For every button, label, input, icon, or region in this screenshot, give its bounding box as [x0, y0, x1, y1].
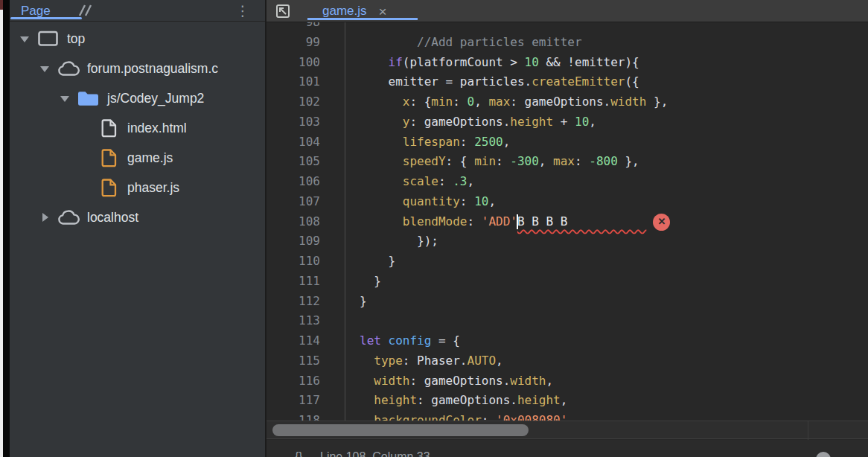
line-number[interactable]: 117 [267, 391, 320, 411]
code-line-109: 109 }); [267, 231, 868, 252]
gutter-separator [320, 112, 345, 132]
line-number[interactable]: 107 [267, 192, 320, 212]
line-number[interactable]: 106 [267, 172, 320, 192]
token: , [561, 393, 568, 407]
token: min [431, 95, 453, 109]
code-lines[interactable]: 9899 //Add particles emitter100 if(platf… [267, 13, 868, 431]
token: , [488, 194, 496, 208]
token [360, 154, 403, 168]
code-text: } [345, 292, 367, 312]
token: height [517, 393, 561, 407]
source-editor[interactable]: 9899 //Add particles emitter100 if(platf… [267, 0, 868, 457]
line-number[interactable]: 112 [267, 292, 320, 312]
line-number[interactable]: 114 [267, 331, 320, 351]
code-text [345, 311, 360, 331]
line-number[interactable]: 100 [267, 53, 320, 73]
token: ({ [625, 74, 639, 89]
active-tab-underline [307, 18, 418, 20]
tree-item-label: js/Codey_Jump2 [107, 91, 204, 106]
expander-closed-icon[interactable] [39, 212, 50, 223]
token: 10 [474, 194, 488, 208]
kebab-menu-icon[interactable]: ⋮ [233, 1, 252, 20]
token [360, 194, 403, 208]
line-number[interactable]: 115 [267, 351, 320, 371]
line-number[interactable]: 109 [267, 231, 320, 252]
active-tab-underline [10, 17, 82, 19]
tree-item-label: forum.postnagualism.c [87, 61, 218, 77]
token [360, 115, 403, 129]
tree-item-label: index.html [127, 121, 187, 136]
gutter-separator [320, 212, 345, 232]
token: 0 [467, 95, 475, 109]
code-text: //Add particles emitter [345, 33, 582, 53]
line-number[interactable]: 111 [267, 272, 320, 292]
tree-item-label: localhost [87, 210, 138, 226]
code-text: let config = { [345, 331, 460, 351]
token: : [460, 194, 474, 208]
token: AUTO [467, 354, 497, 368]
token: width [510, 374, 546, 388]
code-line-103: 103 y: gameOptions.height + 10, [267, 112, 868, 132]
tree-item-js-codey-jump2[interactable]: js/Codey_Jump2 [10, 83, 265, 113]
double-chevron-icon[interactable] [72, 2, 98, 19]
error-icon[interactable]: ✕ [653, 214, 670, 231]
token: type [374, 354, 403, 368]
token: config [389, 333, 432, 348]
gutter-separator [320, 351, 345, 371]
line-number[interactable]: 105 [267, 152, 320, 172]
token: } [360, 254, 395, 268]
navigator-sidebar: Page ⋮ topforum.postnagualism.cjs/Codey_… [10, 0, 265, 457]
expander-open-icon[interactable] [60, 93, 70, 103]
line-number[interactable]: 110 [267, 252, 320, 272]
gutter-separator [320, 53, 345, 73]
gutter-separator [320, 192, 345, 212]
hide-navigator-icon[interactable] [272, 1, 293, 21]
token: : [467, 214, 482, 228]
code-line-101: 101 emitter = particles.createEmitter({ [267, 72, 868, 92]
tree-item-forum-postnagualism-c[interactable]: forum.postnagualism.c [10, 54, 265, 83]
expander-spacer [80, 182, 90, 193]
horizontal-scrollbar[interactable] [267, 421, 868, 439]
tree-item-phaser-js[interactable]: phaser.js [10, 173, 265, 202]
code-line-114: 114let config = { [267, 331, 868, 351]
line-number[interactable]: 104 [267, 132, 320, 153]
gutter-separator [320, 172, 345, 192]
token: height [510, 115, 553, 129]
token: , [474, 95, 488, 109]
token: max [488, 95, 510, 109]
token: blendMode [403, 214, 467, 228]
editor-tab-strip: game.js × [267, 0, 868, 22]
line-number[interactable]: 116 [267, 371, 320, 392]
code-text: speedY: { min: -300, max: -800 }, [345, 152, 639, 172]
pretty-print-button[interactable]: {} [295, 450, 303, 457]
line-number[interactable]: 101 [267, 72, 320, 92]
token: : [438, 174, 453, 188]
expander-spacer [80, 153, 90, 163]
tree-item-localhost[interactable]: localhost [10, 202, 265, 232]
line-number[interactable]: 99 [267, 33, 320, 53]
line-number[interactable]: 103 [267, 112, 320, 132]
tree-item-index-html[interactable]: index.html [10, 113, 265, 143]
close-icon[interactable]: × [379, 4, 387, 19]
status-round-icon[interactable] [816, 452, 831, 457]
expander-open-icon[interactable] [19, 33, 30, 44]
devtools-sources-panel: Page ⋮ topforum.postnagualism.cjs/Codey_… [0, 0, 868, 457]
code-text: }); [345, 231, 438, 252]
scrollbar-thumb[interactable] [272, 424, 529, 436]
scrollbar-corner-divider [808, 421, 808, 440]
token: if [389, 55, 403, 69]
file-orange-icon [97, 148, 120, 167]
gutter-separator [320, 252, 345, 272]
gutter-separator [320, 152, 345, 172]
expander-open-icon[interactable] [39, 63, 50, 74]
tree-item-game-js[interactable]: game.js [10, 143, 265, 173]
line-number[interactable]: 108 [267, 212, 320, 232]
tree-item-top[interactable]: top [10, 24, 265, 54]
file-tree: topforum.postnagualism.cjs/Codey_Jump2in… [10, 24, 265, 232]
error-squiggle-text: B B B B [517, 214, 646, 228]
gutter-separator [320, 231, 345, 252]
token: , [496, 354, 503, 368]
line-number[interactable]: 102 [267, 92, 320, 112]
line-number[interactable]: 113 [267, 311, 320, 331]
cloud-icon [57, 208, 80, 227]
